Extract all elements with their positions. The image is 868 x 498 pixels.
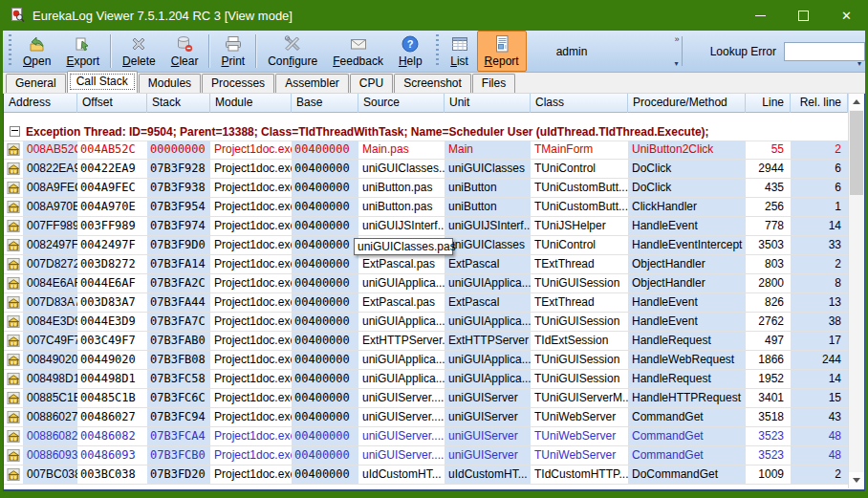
cell-rel-line[interactable]: 17 <box>791 332 848 350</box>
cell-line[interactable]: 1952 <box>746 370 791 388</box>
cell-stack[interactable]: 07B3FCA4 <box>147 427 210 445</box>
cell-stack[interactable]: 07B3F974 <box>147 217 210 235</box>
cell-base[interactable]: 00400000 <box>292 274 358 292</box>
scroll-down-button[interactable] <box>849 472 864 488</box>
cell-line[interactable]: 3523 <box>746 446 791 465</box>
cell-rel-line[interactable]: 2 <box>791 141 848 159</box>
cell-address[interactable]: 008A9FEC <box>23 179 77 197</box>
cell-base[interactable]: 00400000 <box>292 332 358 350</box>
cell-address[interactable]: 007C49F7 <box>23 332 77 350</box>
cell-procedure[interactable]: HandleRequest <box>628 332 746 350</box>
tab-cpu[interactable]: CPU <box>350 74 393 93</box>
column-header-procedure-method[interactable]: Procedure/Method <box>628 94 746 113</box>
cell-offset[interactable]: 00486082 <box>77 427 147 445</box>
cell-procedure[interactable]: HandleWebRequest <box>628 351 746 369</box>
cell-offset[interactable]: 00486093 <box>77 446 147 465</box>
cell-stack[interactable]: 07B3FB08 <box>147 351 210 369</box>
toolbar-gripper[interactable] <box>435 34 440 68</box>
cell-rel-line[interactable]: 2 <box>791 255 848 273</box>
unit-icon[interactable] <box>4 160 23 178</box>
cell-class[interactable]: TUniWebServer <box>531 427 628 445</box>
cell-source[interactable]: ExtHTTPServer... <box>358 332 445 350</box>
cell-unit[interactable]: uniGUIClasses <box>445 236 531 254</box>
unit-icon[interactable] <box>4 217 23 235</box>
cell-line[interactable]: 3503 <box>746 236 791 254</box>
cell-procedure[interactable]: ObjectHandler <box>628 274 746 292</box>
cell-procedure[interactable]: HandleEvent <box>628 217 746 235</box>
cell-base[interactable]: 00400000 <box>292 389 358 407</box>
cell-source[interactable]: uniGUIServer.... <box>358 389 445 407</box>
cell-line[interactable]: 55 <box>746 141 791 159</box>
cell-source[interactable]: Main.pas <box>358 141 445 159</box>
cell-source[interactable]: uniButton.pas <box>358 198 445 216</box>
report-button[interactable]: Report <box>477 31 527 72</box>
cell-address[interactable]: 007D83A7 <box>23 293 77 312</box>
cell-offset[interactable]: 00449020 <box>77 351 147 369</box>
cell-stack[interactable]: 07B3FA44 <box>147 293 210 312</box>
cell-address[interactable]: 007FF989 <box>23 217 77 235</box>
cell-module[interactable]: Project1doc.exe <box>210 160 292 178</box>
cell-module[interactable]: Project1doc.exe <box>210 466 292 484</box>
cell-address[interactable]: 007BC038 <box>23 466 77 484</box>
unit-icon[interactable] <box>4 141 23 159</box>
unit-icon[interactable] <box>4 332 23 350</box>
cell-source[interactable]: uniGUIClasses.... <box>358 160 445 178</box>
cell-base[interactable]: 00400000 <box>292 313 358 331</box>
cell-offset[interactable]: 00486027 <box>77 408 147 426</box>
cell-stack[interactable]: 00000000 <box>147 141 210 159</box>
column-header-source[interactable]: Source <box>358 94 445 113</box>
panel-overflow-icon[interactable]: » <box>675 34 679 44</box>
cell-offset[interactable]: 004AB52C <box>77 141 147 159</box>
table-row[interactable]: 008AB52C004AB52C00000000Project1doc.exe0… <box>4 141 848 160</box>
table-row[interactable]: 0084E6AF0044E6AF07B3FA2CProject1doc.exe0… <box>4 274 848 293</box>
lookup-dropdown-icon[interactable]: ▾ <box>857 59 861 68</box>
cell-class[interactable]: TUniControl <box>531 160 628 178</box>
cell-module[interactable]: Project1doc.exe <box>210 293 292 312</box>
cell-procedure[interactable]: CommandGet <box>628 427 746 445</box>
cell-unit[interactable]: uniGUIApplica... <box>445 370 531 388</box>
cell-rel-line[interactable]: 43 <box>791 408 848 426</box>
unit-icon[interactable] <box>4 255 23 273</box>
table-row[interactable]: 008498D1004498D107B3FC58Project1doc.exe0… <box>4 370 848 389</box>
feedback-button[interactable]: Feedback <box>325 31 391 72</box>
list-button[interactable]: List <box>443 31 477 72</box>
cell-unit[interactable]: uniGUIApplica... <box>445 274 531 292</box>
cell-module[interactable]: Project1doc.exe <box>210 217 292 235</box>
cell-procedure[interactable]: CommandGet <box>628 446 746 465</box>
table-row[interactable]: 00822EA900422EA907B3F928Project1doc.exe0… <box>4 160 848 179</box>
cell-class[interactable]: TUniCustomButt... <box>531 198 628 216</box>
cell-base[interactable]: 00400000 <box>292 236 358 254</box>
unit-icon[interactable] <box>4 274 23 292</box>
table-row[interactable]: 007BC038003BC03807B3FD20Project1doc.exe0… <box>4 466 848 485</box>
cell-line[interactable]: 778 <box>746 217 791 235</box>
cell-module[interactable]: Project1doc.exe <box>210 427 292 445</box>
cell-unit[interactable]: uniGUIJSInterf... <box>445 217 531 235</box>
cell-unit[interactable]: Main <box>445 141 531 159</box>
cell-line[interactable]: 256 <box>746 198 791 216</box>
unit-icon[interactable] <box>4 389 23 407</box>
cell-base[interactable]: 00400000 <box>292 446 358 465</box>
cell-base[interactable]: 00400000 <box>292 141 358 159</box>
cell-offset[interactable]: 0044E3D9 <box>77 313 147 331</box>
unit-icon[interactable] <box>4 408 23 426</box>
cell-unit[interactable]: ExtPascal <box>445 255 531 273</box>
cell-module[interactable]: Project1doc.exe <box>210 389 292 407</box>
cell-source[interactable]: uIdCustomHT... <box>358 466 445 484</box>
cell-address[interactable]: 00886027 <box>23 408 77 426</box>
cell-address[interactable]: 0082497F <box>23 236 77 254</box>
cell-procedure[interactable]: HandleRequest <box>628 370 746 388</box>
cell-module[interactable]: Project1doc.exe <box>210 236 292 254</box>
cell-base[interactable]: 00400000 <box>292 179 358 197</box>
cell-base[interactable]: 00400000 <box>292 466 358 484</box>
cell-class[interactable]: TExtThread <box>531 255 628 273</box>
cell-base[interactable]: 00400000 <box>292 408 358 426</box>
cell-base[interactable]: 00400000 <box>292 217 358 235</box>
exception-thread-group-row[interactable]: Exception Thread: ID=9504; Parent=13388;… <box>4 121 848 141</box>
cell-source[interactable]: ExtPascal.pas <box>358 293 445 312</box>
cell-base[interactable]: 00400000 <box>292 255 358 273</box>
cell-module[interactable]: Project1doc.exe <box>210 255 292 273</box>
cell-class[interactable]: TMainForm <box>531 141 628 159</box>
cell-rel-line[interactable]: 38 <box>791 313 848 331</box>
cell-address[interactable]: 00886093 <box>23 446 77 465</box>
cell-address[interactable]: 008498D1 <box>23 370 77 388</box>
